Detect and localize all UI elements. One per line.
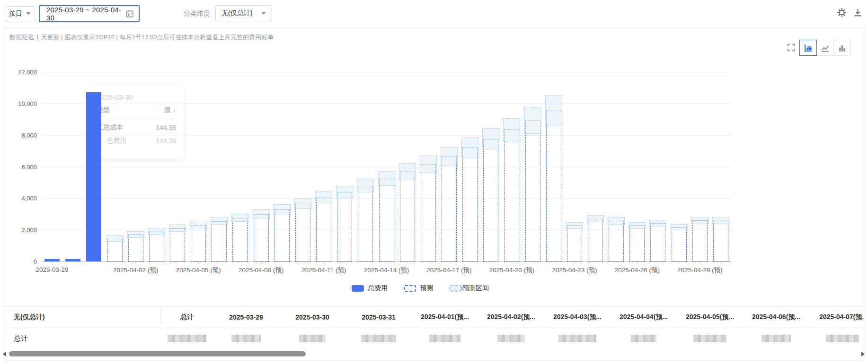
- x-axis-label: 2025-04-20 (预): [489, 266, 534, 275]
- bar-forecast[interactable]: [212, 221, 227, 262]
- table-row: 总计: [4, 328, 864, 349]
- chart-legend: 总费用 预测 80%预测区间: [4, 284, 837, 293]
- bar-forecast[interactable]: [629, 225, 645, 262]
- scrollbar-thumb[interactable]: [9, 351, 306, 356]
- gridline: [42, 72, 731, 72]
- forecast-interval-band: [671, 224, 688, 230]
- table-cell: [743, 335, 809, 342]
- forecast-interval-band: [420, 156, 437, 173]
- forecast-interval-band: [649, 220, 666, 226]
- tooltip-date: 2025-03-30: [97, 93, 176, 101]
- bar-forecast[interactable]: [692, 220, 708, 262]
- forecast-interval-band: [357, 179, 374, 192]
- bar-forecast[interactable]: [462, 147, 478, 262]
- table-cell: [677, 335, 743, 342]
- bar-forecast[interactable]: [379, 179, 394, 262]
- table-header-cell: 2025-03-29: [213, 313, 279, 321]
- chart-type-bar-button[interactable]: [799, 40, 817, 56]
- bar-forecast[interactable]: [567, 225, 582, 262]
- forecast-interval-band: [524, 107, 541, 134]
- forecast-interval-band: [608, 217, 625, 225]
- bar-forecast[interactable]: [170, 228, 185, 262]
- redacted-value: [168, 335, 206, 342]
- bar-forecast[interactable]: [546, 111, 561, 262]
- forecast-interval-band: [148, 228, 165, 234]
- bar-forecast[interactable]: [650, 223, 665, 262]
- bar-total-cost[interactable]: [86, 92, 101, 261]
- bar-total-cost[interactable]: [44, 259, 60, 261]
- forecast-interval-band: [315, 191, 332, 203]
- bar-forecast[interactable]: [442, 156, 457, 262]
- bar-forecast[interactable]: [337, 192, 352, 262]
- forecast-interval-band: [482, 128, 499, 150]
- redacted-value: [429, 335, 461, 342]
- bar-forecast[interactable]: [191, 225, 206, 262]
- bar-forecast[interactable]: [483, 139, 498, 262]
- forecast-interval-band: [190, 222, 207, 229]
- forecast-interval-band: [127, 231, 144, 238]
- table-header-cell: 2025-04-06(预...: [743, 313, 809, 321]
- legend-item-forecast[interactable]: 预测: [404, 284, 433, 293]
- bar-forecast[interactable]: [295, 204, 310, 262]
- scroll-left-icon[interactable]: [3, 352, 6, 356]
- table-header-cell: 2025-04-03(预...: [544, 313, 611, 321]
- bar-forecast[interactable]: [525, 121, 540, 262]
- table-header-cell: 2025-04-07(预..: [809, 313, 864, 321]
- bar-forecast[interactable]: [254, 214, 269, 262]
- scroll-right-icon[interactable]: [861, 352, 865, 356]
- legend-item-forecast-interval[interactable]: 80%预测区间: [449, 284, 489, 293]
- bar-forecast[interactable]: [232, 218, 248, 262]
- bar-forecast[interactable]: [421, 164, 436, 262]
- bar-forecast[interactable]: [107, 239, 123, 262]
- bar-forecast[interactable]: [609, 221, 624, 262]
- bar-forecast[interactable]: [316, 198, 331, 262]
- x-axis-label: 2025-03-29: [36, 266, 69, 273]
- y-axis-label: 8,000: [4, 131, 37, 139]
- table-header-row: 无(仅总计) 总计2025-03-292025-03-302025-03-312…: [4, 306, 864, 328]
- redacted-value: [826, 335, 859, 342]
- redacted-value: [231, 335, 261, 342]
- x-axis-label: 2025-04-23 (预): [552, 266, 597, 275]
- bar-forecast[interactable]: [358, 186, 373, 262]
- bar-forecast[interactable]: [672, 227, 687, 262]
- tooltip-row-label: 总费用: [106, 137, 126, 144]
- forecast-interval-band: [545, 95, 562, 125]
- tooltip-row-value: 144.35: [156, 124, 176, 131]
- table-header-cell: 总计: [161, 313, 213, 321]
- table-header-cell: 2025-04-04(预...: [611, 313, 677, 321]
- redacted-value: [361, 335, 396, 342]
- bar-forecast[interactable]: [128, 234, 143, 262]
- bar-forecast[interactable]: [275, 209, 290, 262]
- redacted-value: [299, 335, 326, 342]
- forecast-interval-band: [629, 222, 646, 229]
- forecast-interval-band: [211, 217, 228, 225]
- bar-total-cost[interactable]: [65, 259, 80, 261]
- x-axis-label: 2025-04-14 (预): [364, 266, 409, 275]
- redacted-value: [693, 335, 726, 342]
- bar-forecast[interactable]: [588, 219, 603, 262]
- chart-tooltip: 2025-03-30 类型 值 ↓ 汇总成本 144.35 总费用 144.35: [88, 87, 184, 158]
- redacted-value: [762, 335, 791, 342]
- table-row-label: 总计: [4, 334, 161, 343]
- legend-label: 总费用: [368, 284, 388, 293]
- y-axis-label: 12,000: [4, 69, 37, 76]
- table-cell: [412, 335, 478, 342]
- horizontal-scrollbar[interactable]: [4, 351, 864, 357]
- x-axis-label: 2025-04-05 (预): [176, 266, 221, 275]
- y-axis-label: 2,000: [4, 226, 37, 234]
- forecast-interval-band: [253, 209, 270, 218]
- redacted-value: [631, 335, 656, 342]
- table-header-dimension: 无(仅总计): [4, 313, 161, 321]
- x-axis-label: 2025-04-08 (预): [239, 266, 283, 275]
- forecast-interval-band: [587, 215, 604, 223]
- bar-forecast[interactable]: [504, 130, 519, 262]
- forecast-interval-band: [231, 214, 248, 222]
- sort-desc-icon: ↓: [173, 106, 176, 113]
- bar-forecast[interactable]: [400, 172, 415, 262]
- table-cell: [213, 335, 279, 342]
- bar-chart-icon: [804, 43, 813, 52]
- legend-item-total-cost[interactable]: 总费用: [352, 284, 388, 293]
- bar-forecast[interactable]: [149, 232, 164, 262]
- bar-forecast[interactable]: [713, 221, 728, 262]
- forecast-interval-band: [169, 225, 186, 232]
